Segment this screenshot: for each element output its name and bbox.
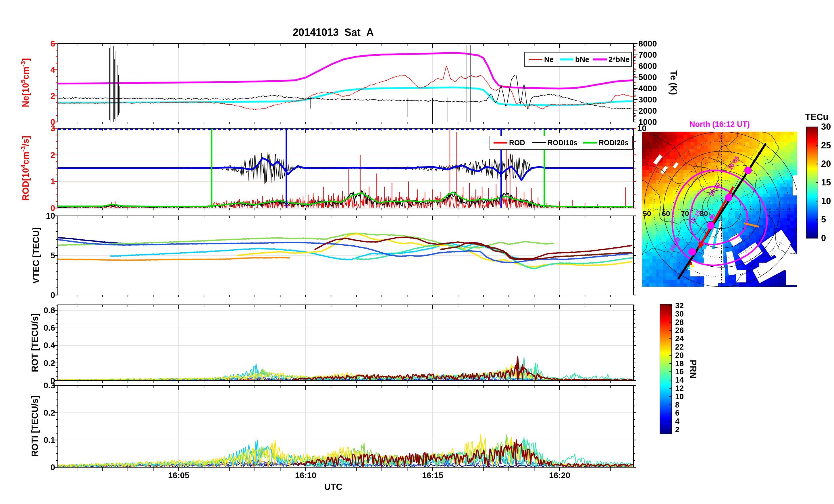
page-title: 20141013 Sat_A — [293, 26, 374, 39]
te-ytick: 6000 — [638, 62, 657, 71]
prn-tick: 4 — [675, 417, 679, 426]
ne-ytick: 2 — [50, 91, 55, 101]
prn-tick: 2 — [675, 426, 679, 434]
roti-ytick: 0.2 — [44, 408, 55, 418]
ne-axis-label: Ne[105cm-3] — [20, 58, 31, 107]
roti-ytick: 0 — [50, 463, 55, 472]
rod-axis-label-sup: 4 — [20, 164, 27, 168]
map-lat-label: 60 — [662, 209, 670, 218]
map-title: North (16:12 UT) — [689, 120, 750, 129]
rot-axis-label: ROT [TECU/s] — [30, 314, 40, 372]
x-tick: 16:15 — [422, 471, 443, 480]
prn-tick: 10 — [675, 392, 684, 401]
tecu-title: TECu — [805, 112, 829, 122]
vtec-ytick: 10 — [46, 211, 55, 221]
rod-axis-label-part: ROD[10 — [21, 168, 31, 201]
prn-tick: 30 — [675, 310, 684, 318]
legend-entry-rodi20s: RODI20s — [599, 139, 629, 147]
vtec-ytick: 0 — [50, 291, 55, 300]
tecu-tick: 0 — [821, 233, 826, 244]
te-ytick: 8000 — [638, 39, 657, 48]
rod-axis-label: ROD[104cm-3/s] — [20, 136, 31, 201]
prn-tick: 16 — [675, 367, 684, 376]
vtec-ytick: 5 — [50, 251, 55, 260]
prn-tick: 18 — [675, 359, 684, 368]
map-lat-label: 50 — [643, 209, 651, 218]
ne-axis-label-part: cm — [21, 67, 31, 79]
ne-axis-label-sup: 5 — [20, 79, 27, 83]
te-ytick: 4000 — [638, 84, 657, 93]
rot-ytick: 0.4 — [44, 341, 55, 350]
rot-ytick: 0.2 — [44, 359, 55, 368]
figure: 20141013 Sat_A Ne[105cm-3] Te (K) ROD[10… — [0, 0, 834, 504]
ne-ytick: 6 — [50, 39, 55, 48]
rot-panel — [58, 305, 634, 381]
ne-ytick: 4 — [50, 65, 55, 75]
prn-tick: 22 — [675, 343, 684, 351]
te-ytick: 1000 — [638, 117, 657, 127]
legend-entry-ne: Ne — [544, 55, 554, 64]
legend-entry-2bne: 2*bNe — [609, 55, 630, 64]
prn-tick: 8 — [675, 400, 679, 409]
tecu-colorbar — [807, 127, 818, 238]
tecu-tick: 25 — [821, 140, 831, 151]
tecu-tick: 15 — [821, 177, 831, 188]
roti-ytick: 0.1 — [44, 435, 55, 445]
rod-axis-label-sup: -3 — [20, 146, 27, 152]
x-axis-label: UTC — [324, 482, 343, 492]
x-tick: 16:10 — [295, 471, 316, 480]
rod-axis-label-part: /s] — [21, 136, 31, 146]
rot-ytick: 0.6 — [44, 323, 55, 333]
rod-axis-label-part: cm — [21, 152, 31, 164]
tecu-tick: 5 — [821, 214, 826, 225]
map-lat-label: 70 — [681, 209, 689, 218]
ne-axis-label-part: Ne[10 — [21, 83, 31, 107]
prn-tick: 12 — [675, 384, 684, 393]
prn-tick: 6 — [675, 409, 679, 418]
prn-tick: 26 — [675, 326, 684, 335]
prn-tick: 28 — [675, 318, 684, 327]
prn-colorbar — [660, 304, 672, 434]
x-tick: 16:20 — [549, 471, 570, 480]
te-ytick: 5000 — [638, 73, 657, 82]
legend-entry-bne: bNe — [575, 55, 589, 64]
roti-ytick: 0.3 — [44, 381, 55, 390]
rot-ytick: 0.8 — [44, 306, 55, 315]
rod-ytick: 2 — [50, 151, 55, 160]
tecu-tick: 10 — [821, 196, 831, 206]
te-axis-label: Te (K) — [668, 70, 679, 95]
rod-ytick: 1 — [50, 177, 55, 186]
prn-tick: 32 — [675, 301, 684, 310]
te-ytick: 7000 — [638, 50, 657, 60]
prn-tick: 24 — [675, 335, 684, 343]
ne-axis-label-part: ] — [21, 58, 31, 61]
x-tick: 16:05 — [168, 471, 189, 480]
vtec-panel — [58, 216, 634, 295]
legend-entry-rod: ROD — [509, 139, 525, 147]
legend-entry-rodi10s: RODI10s — [548, 139, 577, 147]
ne-axis-label-sup: -3 — [20, 61, 27, 67]
te-ytick: 2000 — [638, 106, 657, 116]
roti-panel — [58, 386, 634, 467]
prn-axis-label: PRN — [688, 360, 698, 378]
vtec-axis-label: VTEC [TECU] — [31, 227, 41, 283]
te-ytick: 3000 — [638, 95, 657, 105]
tecu-tick: 20 — [821, 159, 831, 169]
prn-tick: 14 — [675, 376, 684, 385]
prn-tick: 20 — [675, 351, 684, 360]
rod-ytick: 3 — [50, 124, 55, 133]
roti-axis-label: ROTI [TECU/s] — [30, 395, 40, 457]
tecu-tick: 30 — [821, 122, 831, 132]
